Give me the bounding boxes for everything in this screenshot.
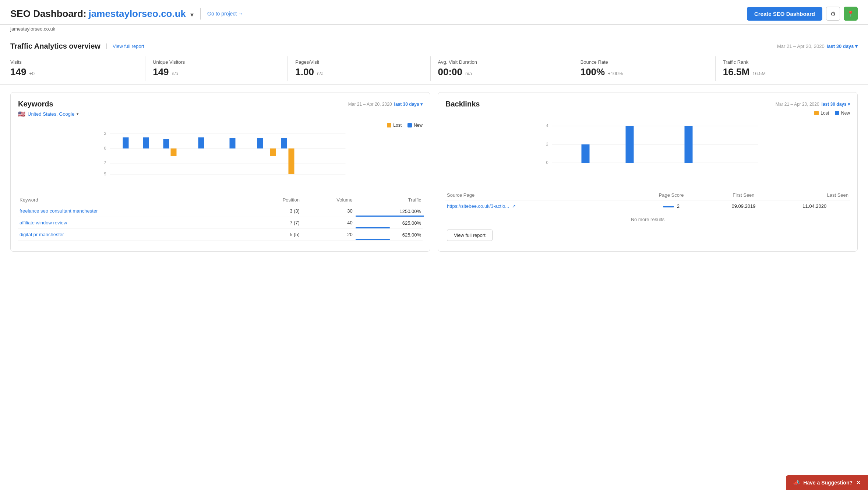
- metric-traffic-rank: Traffic Rank 16.5M 16.5M: [723, 56, 858, 81]
- kw-traffic-cell: 625.00%: [354, 229, 423, 241]
- keywords-legend: Lost New: [387, 123, 423, 128]
- backlinks-last-days[interactable]: last 30 days ▾: [822, 102, 850, 107]
- settings-button[interactable]: ⚙: [826, 7, 840, 21]
- metric-tr-sub: 16.5M: [752, 71, 766, 76]
- keywords-table: Keyword Position Volume Traffic freelanc…: [18, 195, 423, 241]
- legend-new-label: New: [414, 123, 423, 128]
- metric-visits-label: Visits: [10, 59, 138, 65]
- page-score-bar: [663, 206, 674, 207]
- metric-unique-visitors: Unique Visitors 149 n/a: [153, 56, 288, 81]
- keywords-card-header: Keywords Mar 21 – Apr 20, 2020 last 30 d…: [18, 100, 423, 108]
- page-title-prefix: SEO Dashboard:: [10, 8, 87, 20]
- keywords-last-days[interactable]: last 30 days ▾: [394, 102, 423, 107]
- bl-score-cell: 2: [634, 200, 708, 212]
- metric-pv-value: 1.00: [295, 66, 314, 77]
- backlinks-chart-svg: 4 2 0: [445, 119, 850, 178]
- svg-rect-15: [171, 148, 177, 156]
- view-full-report-link[interactable]: View full report: [106, 43, 144, 49]
- backlinks-view-full-button[interactable]: View full report: [447, 230, 493, 241]
- bl-legend-lost: Lost: [814, 111, 829, 116]
- metric-avg-duration: Avg. Visit Duration 00:00 n/a: [438, 56, 573, 81]
- location-button[interactable]: 📍: [844, 7, 858, 21]
- metric-ad-sub: n/a: [465, 71, 472, 76]
- region-chevron-icon: ▾: [77, 112, 79, 116]
- bl-col-first: First Seen: [708, 190, 779, 200]
- metric-uv-label: Unique Visitors: [153, 59, 280, 65]
- external-link-icon[interactable]: ↗: [512, 204, 516, 209]
- header-divider: [200, 8, 201, 20]
- svg-text:5: 5: [104, 172, 106, 176]
- kw-traffic-cell: 625.00%: [354, 217, 423, 229]
- metric-pages-visit: Pages/Visit 1.00 n/a: [295, 56, 430, 81]
- keyword-link[interactable]: affiliate window review: [20, 220, 67, 225]
- kw-volume-cell: 20: [301, 229, 354, 241]
- kw-position-cell: 5 (5): [245, 229, 301, 241]
- keyword-link[interactable]: digital pr manchester: [20, 232, 64, 237]
- header-subtitle: jamestaylorseo.co.uk: [0, 25, 868, 35]
- table-row: digital pr manchester 5 (5) 20 625.00%: [18, 229, 423, 241]
- bl-legend-new: New: [835, 111, 850, 116]
- kw-col-keyword: Keyword: [18, 195, 245, 205]
- svg-rect-14: [281, 138, 287, 148]
- backlinks-legend: Lost New: [445, 111, 850, 116]
- svg-rect-17: [289, 148, 294, 174]
- backlinks-card-header: Backlinks Mar 21 – Apr 20, 2020 last 30 …: [445, 100, 850, 108]
- svg-text:0: 0: [546, 160, 548, 165]
- bl-source-cell: https://sitebee.co.uk/3-actio... ↗: [445, 200, 634, 212]
- keywords-chart-svg: 2 0 2 5: [18, 123, 423, 182]
- svg-rect-9: [143, 137, 149, 148]
- metric-uv-value: 149: [153, 66, 169, 77]
- kw-keyword-cell: affiliate window review: [18, 217, 245, 229]
- keywords-region-selector[interactable]: 🇺🇸 United States, Google ▾: [18, 111, 423, 118]
- backlinks-card: Backlinks Mar 21 – Apr 20, 2020 last 30 …: [438, 92, 858, 252]
- bl-legend-new-label: New: [841, 111, 850, 116]
- bl-legend-lost-label: Lost: [821, 111, 829, 116]
- traffic-bar: [356, 239, 390, 240]
- create-seo-dashboard-button[interactable]: Create SEO Dashboard: [747, 7, 822, 21]
- svg-rect-13: [257, 138, 263, 148]
- table-row: https://sitebee.co.uk/3-actio... ↗ 2 09.…: [445, 200, 850, 212]
- traffic-date: Mar 21 – Apr 20, 2020: [777, 43, 825, 49]
- keywords-date: Mar 21 – Apr 20, 2020: [348, 102, 392, 107]
- header-actions: Create SEO Dashboard ⚙ 📍: [747, 7, 858, 21]
- page-header: SEO Dashboard: jamestaylorseo.co.uk ▾ Go…: [0, 0, 868, 25]
- metric-tr-label: Traffic Rank: [723, 59, 850, 65]
- traffic-header-left: Traffic Analytics overview View full rep…: [10, 42, 144, 50]
- domain-chevron-icon[interactable]: ▾: [190, 11, 194, 19]
- metric-tr-value: 16.5M: [723, 66, 749, 77]
- metric-br-sub: +100%: [608, 71, 623, 76]
- svg-rect-16: [270, 148, 276, 156]
- keywords-date-group: Mar 21 – Apr 20, 2020 last 30 days ▾: [348, 102, 423, 107]
- gear-icon: ⚙: [830, 10, 836, 17]
- legend-new: New: [407, 123, 423, 128]
- traffic-last-days[interactable]: last 30 days ▾: [827, 43, 858, 49]
- bl-last-seen: 11.04.2020: [779, 200, 850, 212]
- bl-source-link[interactable]: https://sitebee.co.uk/3-actio...: [447, 203, 509, 209]
- keyword-link[interactable]: freelance seo consultant manchester: [20, 208, 98, 214]
- metric-uv-sub: n/a: [172, 71, 178, 76]
- keywords-chart: Lost New 2 0 2 5: [18, 123, 423, 189]
- svg-text:2: 2: [104, 131, 106, 136]
- metric-pv-label: Pages/Visit: [295, 59, 423, 65]
- location-icon: 📍: [847, 10, 854, 17]
- us-flag-icon: 🇺🇸: [18, 111, 25, 118]
- metric-visits-sub: +0: [29, 71, 35, 76]
- region-label: United States, Google: [28, 111, 74, 117]
- kw-position-cell: 7 (7): [245, 217, 301, 229]
- metric-br-value: 100%: [581, 66, 605, 77]
- table-row: freelance seo consultant manchester 3 (3…: [18, 205, 423, 217]
- metric-ad-value: 00:00: [438, 66, 463, 77]
- backlinks-chart: 4 2 0: [445, 119, 850, 185]
- traffic-metrics: Visits 149 +0 Unique Visitors 149 n/a Pa…: [10, 56, 858, 81]
- kw-col-volume: Volume: [301, 195, 354, 205]
- go-to-project-link[interactable]: Go to project →: [207, 11, 243, 17]
- backlinks-title: Backlinks: [445, 100, 480, 108]
- svg-rect-24: [582, 144, 590, 163]
- backlinks-table: Source Page Page Score First Seen Last S…: [445, 190, 850, 212]
- bl-col-score: Page Score: [634, 190, 708, 200]
- metric-ad-label: Avg. Visit Duration: [438, 59, 565, 65]
- svg-rect-11: [198, 137, 204, 148]
- bl-first-seen: 09.09.2019: [708, 200, 779, 212]
- backlinks-date: Mar 21 – Apr 20, 2020: [776, 102, 819, 107]
- header-title-group: SEO Dashboard: jamestaylorseo.co.uk ▾: [10, 8, 194, 20]
